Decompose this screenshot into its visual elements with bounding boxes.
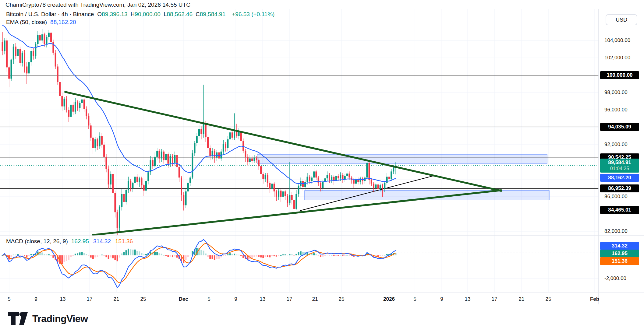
candle-body — [61, 96, 63, 106]
candle-body — [81, 100, 83, 103]
macd-signal-line — [2, 243, 396, 283]
candle-body — [126, 190, 127, 202]
candle-body — [327, 175, 328, 178]
candle-body — [90, 125, 92, 138]
macd-histogram-bar — [293, 255, 295, 256]
candle-body — [298, 186, 299, 194]
macd-histogram-bar — [289, 254, 290, 255]
macd-histogram-bar — [52, 255, 54, 258]
price-chart-canvas — [0, 0, 644, 333]
candle-body — [189, 177, 191, 183]
candle-body — [30, 51, 32, 62]
candle-body — [112, 174, 114, 193]
macd-histogram-bar — [322, 255, 324, 257]
candle-body — [181, 177, 182, 195]
macd-histogram-bar — [170, 255, 171, 257]
candle-body — [285, 191, 286, 196]
candle-body — [355, 179, 357, 184]
macd-histogram-bar — [318, 255, 319, 256]
candle-body — [313, 171, 315, 177]
macd-histogram-bar — [285, 254, 286, 255]
candle-body — [200, 129, 202, 134]
candle-body — [117, 212, 118, 228]
candle-body — [64, 99, 65, 107]
candle-body — [75, 102, 76, 111]
macd-histogram-bar — [94, 255, 96, 258]
candle-body — [309, 177, 310, 181]
candle-body — [227, 139, 228, 148]
macd-histogram-bar — [64, 255, 65, 262]
candle-body — [344, 176, 346, 179]
price-level-pill: 100,000.00 — [600, 71, 639, 79]
candle-body — [139, 178, 140, 182]
time-tick-label: 9 — [34, 296, 37, 302]
candle-body — [167, 154, 169, 163]
macd-histogram-bar — [207, 255, 209, 257]
macd-histogram-bar — [382, 255, 383, 256]
macd-histogram-bar — [114, 255, 116, 260]
time-tick-label: 17 — [287, 296, 292, 302]
time-tick-label: Dec — [179, 296, 188, 302]
currency-toggle-button[interactable]: USD — [606, 14, 637, 25]
time-tick-label: 13 — [260, 296, 266, 302]
macd-histogram-bar — [70, 255, 72, 257]
candle-body — [59, 82, 61, 96]
macd-histogram-bar — [161, 254, 162, 255]
macd-histogram-bar — [103, 255, 105, 256]
macd-histogram-bar — [126, 250, 127, 255]
macd-histogram-bar — [282, 254, 284, 255]
candle-body — [291, 195, 293, 200]
candle-body — [214, 151, 215, 158]
candle-body — [377, 184, 379, 189]
macd-histogram-bar — [101, 255, 103, 255]
time-tick-label: 9 — [440, 296, 443, 302]
price-level-pill: 86,952.39 — [600, 184, 639, 192]
candle-body — [353, 180, 355, 184]
candle-body — [70, 105, 72, 117]
tradingview-logo-icon — [8, 312, 28, 326]
candle-body — [147, 172, 149, 181]
macd-histogram-bar — [99, 255, 101, 255]
macd-histogram-bar — [223, 255, 224, 256]
macd-histogram-bar — [141, 253, 142, 255]
time-tick-label: 25 — [140, 296, 146, 302]
macd-histogram-bar — [187, 255, 189, 257]
macd-values: 162.95314.32151.36 — [71, 238, 137, 245]
macd-histogram-bar — [227, 254, 228, 255]
candle-body — [247, 157, 249, 162]
candle-body — [128, 181, 129, 190]
macd-histogram-bar — [232, 254, 233, 255]
candle-body — [86, 109, 87, 116]
candle-body — [373, 184, 374, 188]
tradingview-logo[interactable]: TradingView — [8, 312, 88, 326]
candle-body — [262, 174, 264, 179]
ohlc-item: L88,562.46 — [164, 11, 193, 17]
macd-histogram-bar — [280, 255, 281, 256]
macd-histogram-bar — [271, 255, 273, 256]
macd-histogram-bar — [203, 251, 204, 255]
price-level-pill: 89,584.9101:04:25 — [600, 159, 639, 173]
candle-body — [83, 100, 85, 109]
candle-body — [4, 40, 5, 51]
candle-body — [274, 184, 275, 191]
candle-body — [77, 102, 78, 108]
triangle-upper — [65, 92, 501, 191]
macd-histogram-bar — [262, 255, 264, 258]
macd-histogram-bar — [229, 253, 231, 255]
candle-body — [342, 175, 343, 179]
candle-body — [68, 110, 69, 117]
candle-body — [380, 185, 381, 189]
macd-histogram-bar — [298, 252, 299, 255]
macd-histogram-bar — [46, 254, 48, 255]
candle-body — [11, 60, 12, 79]
candle-body — [103, 145, 105, 157]
macd-histogram-bar — [333, 255, 334, 256]
macd-histogram-bar — [340, 255, 341, 256]
candle-body — [306, 177, 308, 182]
macd-histogram-bar — [380, 255, 381, 256]
candle-body — [185, 191, 186, 205]
candle-body — [232, 132, 233, 138]
candle-body — [391, 171, 392, 179]
candle-body — [192, 153, 193, 178]
candle-body — [66, 99, 67, 110]
